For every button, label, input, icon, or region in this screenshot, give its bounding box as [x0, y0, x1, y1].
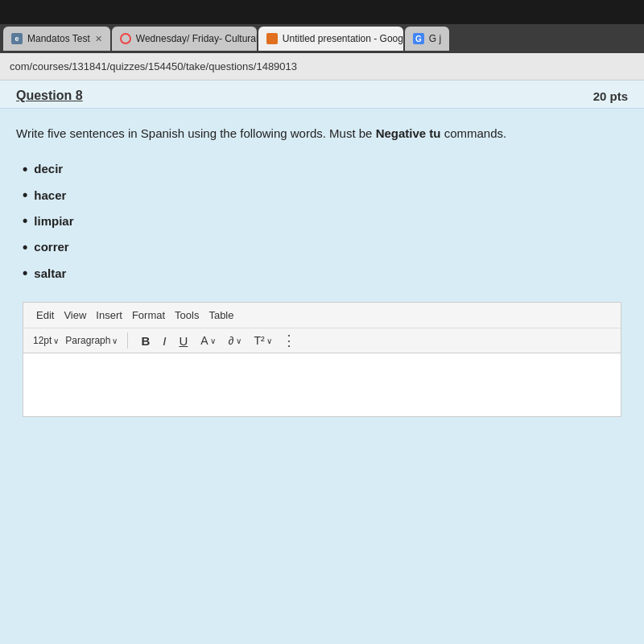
highlight-label: ∂	[229, 334, 234, 347]
font-color-label: A	[200, 334, 208, 347]
italic-button[interactable]: I	[159, 332, 169, 349]
paragraph-select[interactable]: Paragraph ∨	[65, 335, 118, 346]
editor-text-area[interactable]	[23, 353, 621, 417]
bold-button[interactable]: B	[138, 332, 153, 349]
list-item: saltar	[23, 260, 628, 286]
tab-presentation[interactable]: Untitled presentation - Google S ✕	[258, 27, 403, 51]
tab-favicon-presentation	[266, 33, 278, 44]
tab-label-mandatos: Mandatos Test	[27, 33, 90, 44]
url-text: com/courses/131841/quizzes/154450/take/q…	[10, 60, 297, 72]
list-item: correr	[23, 234, 628, 260]
top-bar	[0, 0, 644, 24]
editor-toolbar: Edit View Insert Format Tools Table 12pt…	[23, 302, 621, 353]
superscript-label: T²	[254, 334, 265, 347]
word-list: decir hacer limpiar correr saltar	[16, 156, 628, 287]
underline-button[interactable]: U	[175, 332, 191, 349]
list-item: decir	[23, 156, 628, 182]
question-header: Question 8 20 pts	[0, 80, 644, 109]
tab-wednesday[interactable]: Wednesday/ Friday- Cultural De ✕	[112, 27, 257, 51]
tab-favicon-google: G	[413, 33, 424, 44]
tab-close-mandatos[interactable]: ✕	[95, 34, 102, 44]
tab-favicon-mandatos: e	[11, 33, 23, 44]
tab-google[interactable]: G G j	[405, 27, 449, 51]
font-size-chevron: ∨	[53, 336, 59, 345]
question-text: Write five sentences in Spanish using th…	[16, 125, 628, 143]
question-points: 20 pts	[593, 89, 628, 103]
editor-formatbar: 12pt ∨ Paragraph ∨ B I U A ∨	[23, 328, 621, 353]
question-title: Question 8	[16, 89, 83, 103]
highlight-button[interactable]: ∂ ∨	[225, 332, 245, 349]
paragraph-chevron: ∨	[112, 336, 118, 345]
main-content: Question 8 20 pts Write five sentences i…	[0, 80, 644, 644]
font-size-value: 12pt	[33, 335, 52, 346]
superscript-button[interactable]: T² ∨	[251, 332, 275, 349]
menu-tools[interactable]: Tools	[171, 308, 202, 323]
highlight-chevron: ∨	[236, 336, 242, 345]
tab-label-presentation: Untitled presentation - Google S	[283, 33, 403, 44]
tab-label-wednesday: Wednesday/ Friday- Cultural De	[136, 33, 257, 44]
menu-insert[interactable]: Insert	[93, 308, 126, 323]
menu-format[interactable]: Format	[129, 308, 168, 323]
menu-edit[interactable]: Edit	[33, 308, 57, 323]
menu-view[interactable]: View	[60, 308, 89, 323]
address-bar[interactable]: com/courses/131841/quizzes/154450/take/q…	[0, 53, 644, 80]
question-body: Write five sentences in Spanish using th…	[0, 109, 644, 425]
menu-table[interactable]: Table	[205, 308, 237, 323]
editor-menubar: Edit View Insert Format Tools Table	[23, 303, 621, 328]
more-options-button[interactable]: ⋮	[282, 332, 297, 349]
tab-bar: e Mandatos Test ✕ Wednesday/ Friday- Cul…	[0, 24, 644, 53]
list-item: limpiar	[23, 208, 628, 233]
font-size-select[interactable]: 12pt ∨	[33, 335, 59, 346]
font-color-chevron: ∨	[210, 336, 216, 345]
tab-label-google: G j	[429, 33, 441, 44]
list-item: hacer	[23, 182, 628, 208]
tab-mandatos[interactable]: e Mandatos Test ✕	[3, 27, 110, 51]
editor-toolbar-wrapper: Edit View Insert Format Tools Table 12pt…	[23, 302, 621, 417]
format-divider-1	[127, 332, 128, 349]
superscript-chevron: ∨	[266, 336, 272, 345]
font-color-button[interactable]: A ∨	[197, 332, 218, 349]
question-text-bold: Negative tu	[376, 126, 441, 140]
tab-favicon-wednesday	[120, 33, 131, 44]
paragraph-value: Paragraph	[65, 335, 110, 346]
